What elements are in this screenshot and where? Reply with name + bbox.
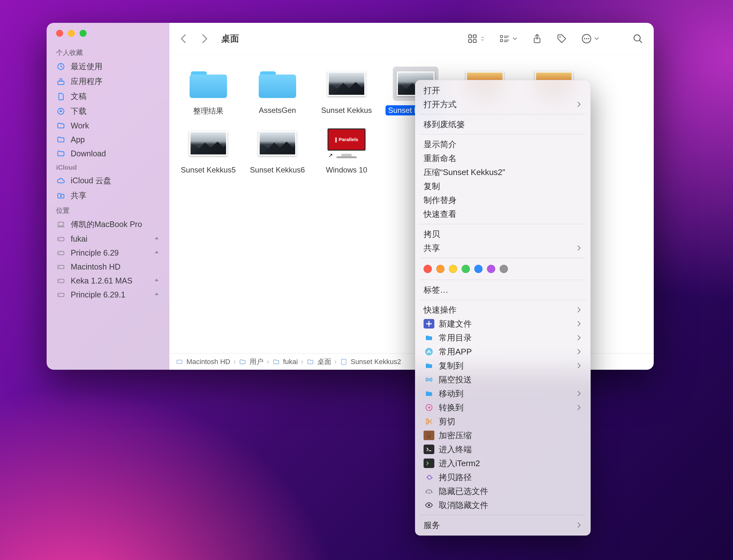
menu-item-label: 转换到 [439, 402, 576, 413]
menu-item[interactable]: 新建文件 [415, 317, 590, 331]
sidebar-item[interactable]: Work [47, 119, 169, 133]
tag-color[interactable] [461, 265, 470, 273]
group-button[interactable] [500, 31, 517, 46]
minimize-button[interactable] [68, 30, 75, 37]
svg-point-11 [588, 38, 589, 39]
menu-item[interactable]: 隔空投送 [415, 373, 590, 387]
file-item[interactable]: ‖ Parallels↗ Windows 10 [312, 124, 381, 182]
sidebar-item[interactable]: 下载 [47, 104, 169, 119]
menu-item[interactable]: 显示简介 [415, 137, 590, 151]
file-label: Sunset Kekkus6 [247, 165, 307, 175]
sidebar-item[interactable]: 傅凯的MacBook Pro [47, 217, 169, 232]
menu-item[interactable]: 移到废纸篓 [415, 117, 590, 131]
tag-color-row [415, 261, 590, 277]
context-menu: 打开打开方式移到废纸篓显示简介重新命名压缩“Sunset Kekkus2”复制制… [415, 80, 591, 536]
forward-button[interactable] [197, 31, 213, 46]
path-separator: › [267, 358, 269, 366]
menu-item[interactable]: 进入iTerm2 [415, 456, 590, 470]
apps-icon [56, 77, 66, 86]
menu-item[interactable]: 打开方式 [415, 97, 590, 111]
sidebar-item[interactable]: 共享 [47, 188, 169, 203]
menu-item[interactable]: 常用目录 [415, 331, 590, 345]
tag-color[interactable] [436, 265, 444, 273]
path-segment[interactable]: 用户 [250, 357, 264, 367]
menu-item-label: 标签… [423, 284, 581, 296]
file-item[interactable]: AssetsGen [243, 64, 312, 124]
sidebar-item[interactable]: App [47, 133, 169, 147]
menu-item-label: 隔空投送 [439, 374, 581, 385]
sidebar-item[interactable]: fukai [47, 232, 169, 246]
menu-item-label: 取消隐藏文件 [439, 500, 581, 511]
menu-item[interactable]: 制作替身 [415, 193, 590, 207]
image-thumbnail [328, 71, 366, 96]
action-button[interactable] [581, 31, 599, 46]
path-icon [272, 358, 280, 366]
menu-item[interactable]: 快速操作 [415, 303, 590, 317]
menu-item-label: 显示简介 [423, 139, 581, 150]
menu-item[interactable]: 加密压缩 [415, 428, 590, 442]
terminal-icon [423, 445, 434, 454]
view-mode-button[interactable] [467, 31, 485, 46]
path-segment[interactable]: fukai [283, 358, 298, 366]
path-segment[interactable]: Sunset Kekkus2 [351, 358, 401, 366]
menu-item-label: 拷贝 [423, 229, 581, 240]
path-icon [239, 358, 246, 366]
sidebar-item[interactable]: 最近使用 [47, 59, 169, 74]
menu-item[interactable]: 标签… [415, 283, 590, 297]
menu-item[interactable]: 剪切 [415, 414, 590, 428]
menu-item[interactable]: 服务 [415, 518, 590, 532]
toolbar: 桌面 [169, 23, 654, 55]
svg-rect-3 [473, 39, 476, 42]
menu-item[interactable]: 进入终端 [415, 442, 590, 456]
eject-icon[interactable] [154, 250, 160, 256]
tag-color[interactable] [500, 265, 508, 273]
file-item[interactable]: Sunset Kekkus [312, 64, 381, 124]
file-item[interactable]: Sunset Kekkus6 [243, 124, 312, 182]
tag-color[interactable] [474, 265, 482, 273]
tag-color[interactable] [423, 265, 432, 273]
path-segment[interactable]: Macintosh HD [187, 358, 230, 366]
tag-color[interactable] [449, 265, 457, 273]
menu-item[interactable]: 拷贝 [415, 227, 590, 241]
menu-item[interactable]: 移动到 [415, 387, 590, 400]
sidebar-item[interactable]: iCloud 云盘 [47, 173, 169, 188]
menu-item[interactable]: 重新命名 [415, 151, 590, 165]
menu-item[interactable]: 快速查看 [415, 207, 590, 221]
sidebar-item[interactable]: Download [47, 147, 169, 160]
disk-icon [56, 234, 66, 244]
menu-item[interactable]: 取消隐藏文件 [415, 498, 590, 512]
menu-item[interactable]: 打开 [415, 83, 590, 97]
menu-item[interactable]: 复制到 [415, 359, 590, 373]
menu-item[interactable]: 压缩“Sunset Kekkus2” [415, 165, 590, 179]
tag-color[interactable] [487, 265, 495, 273]
submenu-arrow-icon [576, 348, 581, 355]
file-item[interactable]: Sunset Kekkus5 [174, 124, 243, 182]
menu-item[interactable]: 隐藏已选文件 [415, 484, 590, 498]
iterm-icon [423, 459, 434, 468]
sidebar-item[interactable]: 应用程序 [47, 74, 169, 89]
tags-button[interactable] [557, 31, 567, 46]
share-button[interactable] [532, 31, 542, 46]
eject-icon[interactable] [154, 292, 160, 297]
fullscreen-button[interactable] [80, 30, 87, 37]
eject-icon[interactable] [154, 236, 160, 242]
menu-item[interactable]: 常用APP [415, 345, 590, 359]
menu-item[interactable]: 共享 [415, 241, 590, 255]
menu-item[interactable]: 转换到 [415, 400, 590, 414]
sidebar-item[interactable]: Principle 6.29 [47, 246, 169, 260]
back-button[interactable] [176, 31, 191, 46]
sidebar-item[interactable]: Macintosh HD [47, 260, 169, 274]
scissors-icon [423, 417, 434, 426]
search-button[interactable] [633, 31, 643, 46]
svg-point-16 [426, 422, 428, 424]
eject-icon[interactable] [154, 278, 160, 283]
menu-item[interactable]: 拷贝路径 [415, 470, 590, 484]
sidebar-item[interactable]: Keka 1.2.61 MAS [47, 274, 169, 288]
menu-item-label: 移到废纸篓 [423, 119, 581, 130]
close-button[interactable] [56, 30, 63, 37]
sidebar-item[interactable]: Principle 6.29.1 [47, 288, 169, 302]
menu-item[interactable]: 复制 [415, 179, 590, 193]
sidebar-item[interactable]: 文稿 [47, 89, 169, 104]
file-item[interactable]: 整理结果 [174, 64, 243, 124]
path-segment[interactable]: 桌面 [318, 357, 331, 367]
